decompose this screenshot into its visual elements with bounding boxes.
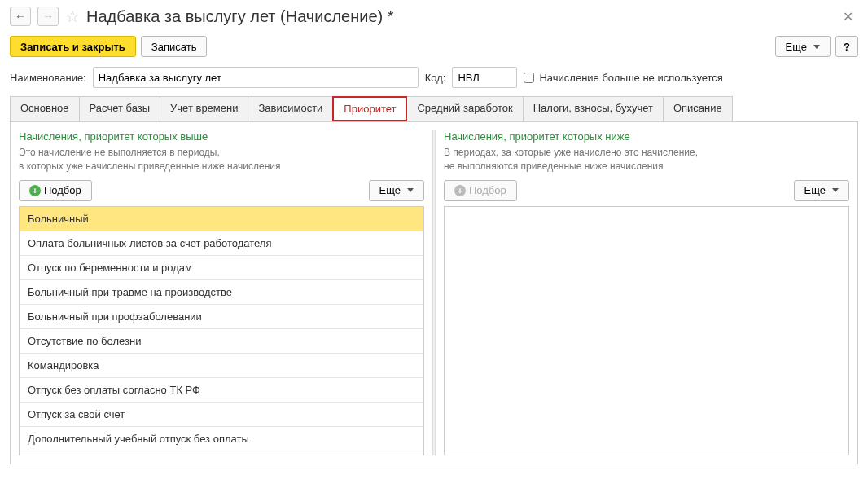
tab-base[interactable]: Расчет базы bbox=[79, 96, 161, 121]
favorite-icon[interactable]: ☆ bbox=[65, 7, 80, 26]
tab-average[interactable]: Средний заработок bbox=[406, 96, 523, 121]
forward-button[interactable]: → bbox=[37, 7, 59, 26]
splitter[interactable] bbox=[432, 130, 436, 455]
tab-desc[interactable]: Описание bbox=[663, 96, 733, 121]
list-item[interactable]: Больничный bbox=[20, 207, 423, 231]
list-item[interactable]: Отпуск по беременности и родам bbox=[20, 256, 423, 280]
tab-time[interactable]: Учет времени bbox=[160, 96, 248, 121]
plus-icon: + bbox=[29, 185, 41, 196]
code-input[interactable] bbox=[452, 67, 517, 88]
list-item[interactable]: Командировка bbox=[20, 354, 423, 378]
right-list[interactable] bbox=[444, 206, 849, 455]
list-item[interactable]: Отсутствие по невыясненной причине bbox=[20, 451, 423, 455]
unused-checkbox[interactable] bbox=[524, 73, 534, 83]
name-label: Наименование: bbox=[10, 72, 86, 84]
right-panel-desc: В периодах, за которые уже начислено это… bbox=[444, 146, 849, 174]
page-title: Надбавка за выслугу лет (Начисление) * bbox=[86, 7, 394, 26]
more-button[interactable]: Еще bbox=[775, 36, 831, 57]
right-panel-title: Начисления, приоритет которых ниже bbox=[444, 130, 849, 143]
tab-deps[interactable]: Зависимости bbox=[248, 96, 333, 121]
list-item[interactable]: Оплата больничных листов за счет работод… bbox=[20, 231, 423, 256]
tabs-bar: Основное Расчет базы Учет времени Зависи… bbox=[10, 96, 858, 122]
left-panel: Начисления, приоритет которых выше Это н… bbox=[19, 130, 424, 455]
unused-label: Начисление больше не используется bbox=[539, 72, 722, 84]
left-list[interactable]: БольничныйОплата больничных листов за сч… bbox=[19, 206, 424, 455]
list-item[interactable]: Отпуск без оплаты согласно ТК РФ bbox=[20, 378, 423, 403]
tab-priority[interactable]: Приоритет bbox=[332, 96, 407, 121]
left-select-button[interactable]: + Подбор bbox=[19, 180, 92, 201]
list-item[interactable]: Больничный при травме на производстве bbox=[20, 280, 423, 305]
right-panel: Начисления, приоритет которых ниже В пер… bbox=[444, 130, 849, 455]
list-item[interactable]: Больничный при профзаболевании bbox=[20, 305, 423, 329]
save-button[interactable]: Записать bbox=[141, 36, 208, 57]
help-button[interactable]: ? bbox=[835, 36, 858, 57]
list-item[interactable]: Отпуск за свой счет bbox=[20, 403, 423, 427]
left-panel-desc: Это начисление не выполняется в периоды,… bbox=[19, 146, 424, 174]
save-close-button[interactable]: Записать и закрыть bbox=[10, 36, 136, 57]
close-button[interactable]: ✕ bbox=[838, 7, 858, 26]
back-button[interactable]: ← bbox=[10, 7, 31, 26]
right-more-button[interactable]: Еще bbox=[794, 180, 849, 201]
left-more-button[interactable]: Еще bbox=[369, 180, 424, 201]
unused-checkbox-row[interactable]: Начисление больше не используется bbox=[524, 72, 722, 84]
list-item[interactable]: Отсутствие по болезни bbox=[20, 329, 423, 354]
tab-main[interactable]: Основное bbox=[10, 96, 80, 121]
right-select-button[interactable]: + Подбор bbox=[444, 180, 517, 201]
tab-taxes[interactable]: Налоги, взносы, бухучет bbox=[523, 96, 664, 121]
left-panel-title: Начисления, приоритет которых выше bbox=[19, 130, 424, 143]
plus-icon: + bbox=[454, 185, 466, 196]
code-label: Код: bbox=[425, 72, 446, 84]
name-input[interactable] bbox=[93, 67, 419, 88]
list-item[interactable]: Дополнительный учебный отпуск без оплаты bbox=[20, 427, 423, 451]
